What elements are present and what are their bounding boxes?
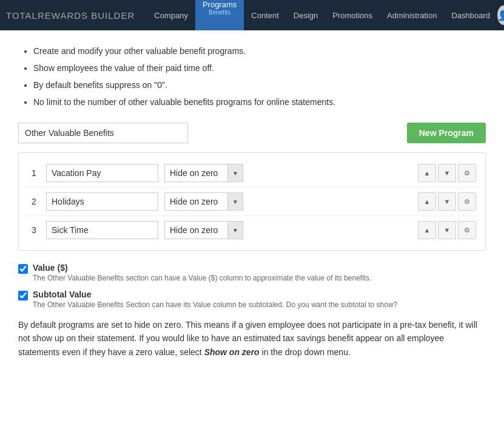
program-name-input[interactable]: [18, 123, 188, 143]
nav-design[interactable]: Design: [286, 0, 325, 30]
row-controls-2: ▲ ▼ ⚙: [418, 192, 476, 211]
table-row: 3 Hide on zeroShow on zero ▼ ▲ ▼ ⚙: [25, 216, 479, 244]
settings-button-2[interactable]: ⚙: [458, 192, 476, 211]
row-number-3: 3: [28, 225, 40, 235]
bullet-1: Create and modify your other valuable be…: [33, 42, 486, 59]
program-table: 1 Hide on zeroShow on zero ▼ ▲ ▼ ⚙ 2 Hid…: [18, 152, 486, 251]
value-dollars-title: Value ($): [33, 263, 372, 273]
nav-promotions[interactable]: Promotions: [325, 0, 380, 30]
new-program-button[interactable]: New Program: [407, 123, 486, 143]
subtotal-value-section: Subtotal Value The Other Valuable Benefi…: [18, 290, 486, 309]
program-bar: New Program: [18, 123, 486, 143]
value-dollars-section: Value ($) The Other Valuable Benefits se…: [18, 263, 486, 282]
intro-list: Create and modify your other valuable be…: [18, 42, 486, 110]
select-caret-3[interactable]: ▼: [227, 221, 243, 239]
move-down-button-2[interactable]: ▼: [438, 192, 456, 211]
table-row: 2 Hide on zeroShow on zero ▼ ▲ ▼ ⚙: [25, 188, 479, 216]
page-content: Create and modify your other valuable be…: [0, 30, 504, 371]
brand-suffix: BUILDER: [88, 10, 135, 21]
subtotal-value-label-group: Subtotal Value The Other Valuable Benefi…: [33, 290, 397, 309]
brand-name: TOTALREWARDS: [6, 10, 88, 21]
select-wrapper-3: Hide on zeroShow on zero ▼: [164, 221, 243, 239]
subtotal-value-checkbox[interactable]: [18, 291, 28, 300]
bullet-2: Show employees the value of their paid t…: [33, 59, 486, 76]
bottom-text-2: in the drop down menu.: [260, 347, 351, 357]
select-caret-2[interactable]: ▼: [227, 192, 243, 211]
nav-content[interactable]: Content: [244, 0, 286, 30]
subtotal-value-desc: The Other Valuable Benefits Section can …: [33, 300, 397, 309]
nav-company[interactable]: Company: [147, 0, 195, 30]
select-wrapper-2: Hide on zeroShow on zero ▼: [164, 192, 243, 211]
subtotal-value-title: Subtotal Value: [33, 290, 397, 299]
table-row: 1 Hide on zeroShow on zero ▼ ▲ ▼ ⚙: [25, 159, 479, 188]
value-dollars-label-group: Value ($) The Other Valuable Benefits se…: [33, 263, 372, 282]
select-wrapper-1: Hide on zeroShow on zero ▼: [164, 164, 243, 182]
program-name-input-1[interactable]: [46, 164, 158, 182]
avatar[interactable]: 👤: [497, 5, 504, 25]
move-up-button-1[interactable]: ▲: [418, 164, 436, 182]
move-up-button-2[interactable]: ▲: [418, 192, 436, 211]
navbar: TOTALREWARDS BUILDER Company Programs Be…: [0, 0, 504, 30]
settings-button-3[interactable]: ⚙: [458, 221, 476, 239]
program-name-input-3[interactable]: [46, 221, 158, 239]
value-dollars-checkbox[interactable]: [18, 264, 28, 274]
select-caret-1[interactable]: ▼: [227, 164, 243, 182]
nav-programs[interactable]: Programs Benefits: [195, 0, 244, 30]
row-number-2: 2: [28, 197, 40, 206]
bullet-3: By default benefits suppress on "0".: [33, 76, 486, 93]
bullet-4: No limit to the number of other valuable…: [33, 93, 486, 110]
nav-administration[interactable]: Administration: [380, 0, 444, 30]
nav-dashboard[interactable]: Dashboard: [444, 0, 497, 30]
row-number-1: 1: [28, 168, 40, 178]
settings-button-1[interactable]: ⚙: [458, 164, 476, 182]
value-dollars-desc: The Other Valuable Benefits section can …: [33, 274, 372, 282]
move-down-button-3[interactable]: ▼: [438, 221, 456, 239]
row-controls-1: ▲ ▼ ⚙: [418, 164, 476, 182]
brand: TOTALREWARDS BUILDER: [6, 10, 135, 21]
program-name-input-2[interactable]: [46, 192, 158, 211]
bottom-italic: Show on zero: [204, 347, 260, 357]
bottom-paragraph: By default programs are set to hide on z…: [18, 318, 486, 359]
row-controls-3: ▲ ▼ ⚙: [418, 221, 476, 239]
move-down-button-1[interactable]: ▼: [438, 164, 456, 182]
move-up-button-3[interactable]: ▲: [418, 221, 436, 239]
